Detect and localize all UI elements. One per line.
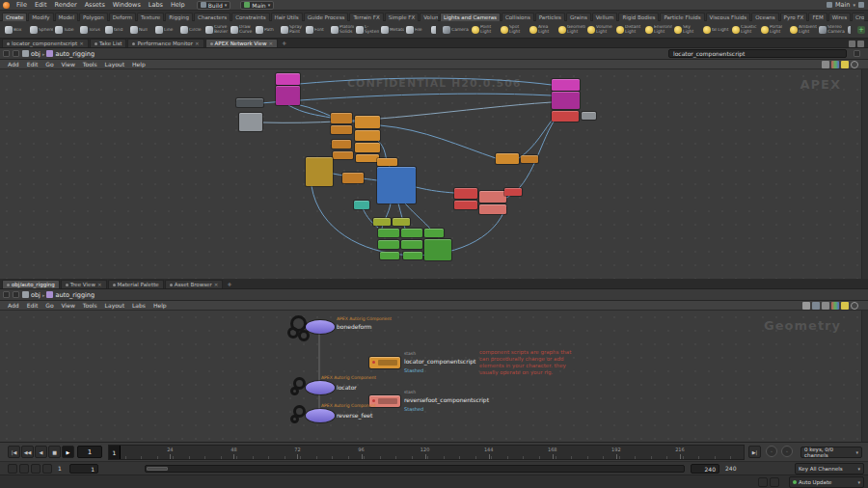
- network-scrollbar[interactable]: [861, 69, 868, 279]
- auto-key-button[interactable]: ◦: [781, 446, 793, 457]
- geometry-network-canvas[interactable]: Geometry APEX Autorig Componentbonedefor…: [0, 311, 868, 442]
- shelf-tool-l-system[interactable]: L-System: [355, 22, 380, 38]
- apex-node[interactable]: [380, 252, 399, 259]
- shelf-tool-ambient-light[interactable]: Ambient Light: [789, 22, 818, 38]
- shelf-tab-wires[interactable]: Wires: [828, 13, 851, 21]
- menubar-menu-assets[interactable]: Assets: [81, 1, 109, 9]
- network-menu-go[interactable]: Go: [41, 302, 57, 309]
- apex-node[interactable]: [373, 218, 391, 226]
- network-menu-add[interactable]: Add: [4, 302, 23, 309]
- jump-to-start-button[interactable]: |◀: [8, 446, 20, 458]
- apex-node[interactable]: [403, 252, 422, 259]
- shelf-tab-texture[interactable]: Texture: [137, 13, 164, 21]
- shelf-tool-null[interactable]: Null: [129, 22, 154, 38]
- shelf-tool-platonic-solids[interactable]: Platonic Solids: [330, 22, 355, 38]
- node-path-field[interactable]: locator_componentscript: [668, 49, 847, 58]
- apex-node[interactable]: [239, 113, 262, 131]
- pane-tab-apex-network-view[interactable]: APEX Network View×: [205, 39, 278, 47]
- play-reverse-button[interactable]: ◀: [35, 446, 47, 458]
- apex-node[interactable]: [393, 218, 410, 226]
- shelf-tab-create[interactable]: Create: [2, 13, 27, 21]
- shelf-tool-point-light[interactable]: Point Light: [471, 22, 500, 38]
- path-history-icon[interactable]: [13, 50, 19, 57]
- current-frame-field[interactable]: 1: [77, 446, 102, 458]
- layout-grid-icon[interactable]: [822, 61, 829, 68]
- apex-node[interactable]: [331, 113, 352, 123]
- new-pane-tab-button[interactable]: +: [224, 281, 234, 288]
- shelf-tab-hair-utils[interactable]: Hair Utils: [271, 13, 303, 21]
- shelf-tool-sphere[interactable]: Sphere: [29, 22, 54, 38]
- keys-channels-dropdown[interactable]: 0 keys, 0/0 channels ▾: [800, 447, 862, 458]
- shelf-tab-vellum[interactable]: Vellum: [592, 13, 618, 21]
- path-history-icon[interactable]: [13, 291, 19, 298]
- apex-node[interactable]: [582, 112, 596, 120]
- field-menu-icon[interactable]: [854, 50, 860, 57]
- apex-node[interactable]: [401, 240, 422, 249]
- range-end-field[interactable]: 240: [691, 464, 719, 474]
- menubar-menu-labs[interactable]: Labs: [145, 1, 167, 9]
- pane-tab-obj-auto-rigging[interactable]: obj/auto_rigging: [2, 280, 60, 288]
- shelf-tool-font[interactable]: Font: [305, 22, 330, 38]
- apex-node[interactable]: [377, 167, 416, 203]
- apex-node[interactable]: [355, 130, 380, 141]
- shelf-tab-particle-fluids[interactable]: Particle Fluids: [660, 13, 704, 21]
- shelf-tab-deform[interactable]: Deform: [109, 13, 136, 21]
- shelf-tool-metaball[interactable]: Metaball: [380, 22, 405, 38]
- step-mode-icon[interactable]: [19, 464, 29, 474]
- range-start-field[interactable]: 1: [69, 464, 98, 474]
- tab-close-icon[interactable]: ×: [97, 282, 102, 287]
- apex-node[interactable]: [454, 188, 477, 199]
- apex-node[interactable]: [454, 201, 477, 209]
- path-pin-icon[interactable]: [3, 50, 10, 57]
- pane-tab-locator-componentscript[interactable]: locator_componentscript×: [2, 39, 89, 47]
- cook-status-icon[interactable]: [770, 477, 779, 487]
- apex-node[interactable]: [236, 98, 263, 107]
- apex-node[interactable]: [331, 125, 352, 134]
- pane-tab-tree-view[interactable]: Tree View×: [61, 280, 107, 288]
- shelf-tool-geometry-light[interactable]: Geometry Light: [557, 22, 586, 38]
- network-menu-tools[interactable]: Tools: [79, 302, 101, 309]
- shelf-tool-path[interactable]: Path: [255, 22, 280, 38]
- shelf-tool-volume-light[interactable]: Volume Light: [586, 22, 615, 38]
- shelf-tool-special[interactable]: Special: [430, 22, 436, 38]
- network-menu-help[interactable]: Help: [149, 302, 171, 309]
- apex-node[interactable]: [342, 173, 364, 183]
- breadcrumb-item-auto-rigging[interactable]: auto_rigging: [55, 50, 95, 58]
- apex-node[interactable]: [276, 73, 300, 85]
- apex-node[interactable]: [332, 140, 351, 149]
- tab-close-icon[interactable]: ×: [268, 41, 273, 46]
- layout-grid-icon[interactable]: [822, 302, 829, 310]
- menubar-menu-render[interactable]: Render: [50, 1, 80, 9]
- key-all-channels-dropdown[interactable]: Key All Channels ▾: [795, 463, 864, 474]
- shelf-tool-vr-camera[interactable]: VR Camera: [847, 22, 851, 38]
- apex-node[interactable]: [355, 143, 380, 152]
- apex-node[interactable]: [333, 151, 353, 159]
- wrench-icon[interactable]: [802, 302, 810, 310]
- locator-node[interactable]: [306, 381, 335, 394]
- audio-toggle-icon[interactable]: [31, 464, 41, 474]
- shelf-tool-environment-light[interactable]: Environment Light: [644, 22, 673, 38]
- realtime-toggle-button[interactable]: ◦: [766, 446, 777, 457]
- apex-node[interactable]: [424, 229, 444, 237]
- shelf-tab-pyro-fx[interactable]: Pyro FX: [780, 13, 808, 21]
- shelf-tab-viscous-fluids[interactable]: Viscous Fluids: [706, 13, 751, 21]
- shelf-tool-grid[interactable]: Grid: [104, 22, 129, 38]
- apex-node[interactable]: [552, 111, 579, 122]
- pane-tab-material-palette[interactable]: Material Palette: [108, 280, 164, 288]
- shelf-tab-collisions[interactable]: Collisions: [502, 13, 534, 21]
- new-pane-tab-button[interactable]: +: [279, 40, 289, 47]
- shelf-tool-distant-light[interactable]: Distant Light: [615, 22, 644, 38]
- apex-node[interactable]: [521, 155, 538, 163]
- shelf-tool-spray-paint[interactable]: Spray Paint: [280, 22, 305, 38]
- network-menu-layout[interactable]: Layout: [101, 61, 128, 68]
- apex-node[interactable]: [479, 204, 506, 214]
- shelf-tool-portal-light[interactable]: Portal Light: [760, 22, 789, 38]
- menubar-menu-help[interactable]: Help: [167, 1, 189, 9]
- session-selector[interactable]: Main ▾: [827, 1, 864, 9]
- shelf-tool-gi-light[interactable]: GI Light: [702, 22, 731, 38]
- shelf-tool-stereo-camera[interactable]: Stereo Camera: [818, 22, 847, 38]
- network-menu-view[interactable]: View: [58, 302, 79, 309]
- shelf-tool-box[interactable]: Box: [4, 22, 29, 38]
- shelf-tab-characters[interactable]: Characters: [194, 13, 231, 21]
- shelf-tab-volume[interactable]: Volume: [420, 13, 438, 21]
